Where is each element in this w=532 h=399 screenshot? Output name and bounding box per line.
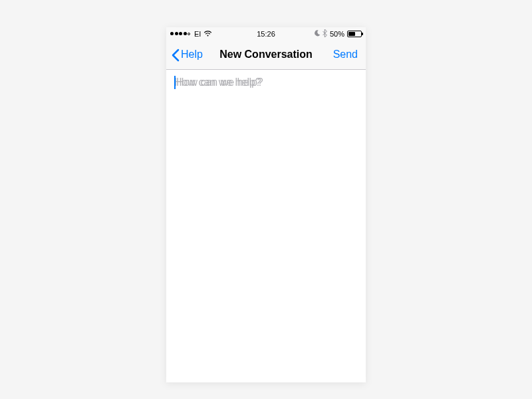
back-label: Help (181, 49, 203, 61)
carrier-label: EI (194, 30, 201, 38)
wifi-icon (203, 31, 212, 37)
chevron-left-icon (172, 49, 180, 61)
bluetooth-icon (323, 29, 327, 39)
navigation-bar: Help New Conversation Send (166, 41, 366, 70)
phone-frame: EI 15:26 50% (166, 27, 366, 382)
page-title: New Conversation (219, 49, 313, 61)
signal-strength-icon (170, 32, 190, 35)
status-time: 15:26 (257, 30, 275, 38)
compose-area: How can we help? (166, 70, 366, 382)
message-input[interactable] (174, 76, 358, 88)
battery-percentage: 50% (330, 30, 344, 38)
do-not-disturb-icon (314, 30, 321, 38)
status-right: 50% (314, 29, 362, 39)
back-button[interactable]: Help (172, 49, 203, 61)
status-bar: EI 15:26 50% (166, 27, 366, 41)
status-left: EI (170, 30, 212, 38)
battery-icon (347, 31, 362, 37)
text-cursor (174, 76, 176, 89)
send-button[interactable]: Send (333, 49, 360, 61)
